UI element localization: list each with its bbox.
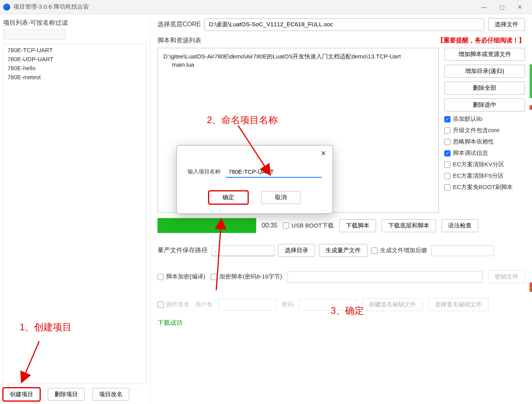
ec-clear-kv-checkbox[interactable]: [444, 162, 451, 168]
usb-boot-checkbox[interactable]: [283, 222, 289, 229]
right-controls: 增加脚本或资源文件 增加目录(递归) 删除全部 删除选中 添加默认lib 升级文…: [444, 48, 525, 213]
choose-sign-key-button[interactable]: 选择签名秘钥文件: [428, 298, 489, 311]
dialog-label: 输入项目名称: [188, 168, 221, 175]
core-label: 选择底层CORE: [157, 20, 201, 29]
right-edge-strip: [530, 64, 532, 98]
titlebar: 项目管理-3.0.6 降功耗找合宙 — ▢ ✕: [0, 0, 532, 14]
maximize-button[interactable]: ▢: [493, 1, 511, 13]
annotation-3: 3、确定: [331, 304, 364, 317]
encrypt-pwd-checkbox[interactable]: [211, 274, 217, 280]
project-item[interactable]: 780E-TCP-UART: [4, 45, 147, 55]
suffix-checkbox[interactable]: [371, 247, 378, 254]
create-project-button[interactable]: 创建项目: [3, 388, 40, 401]
download-script-button[interactable]: 下载脚本: [339, 219, 376, 232]
username-label: 用户名: [195, 301, 213, 308]
important-warning[interactable]: 【重要提醒，务必仔细阅读！】: [437, 36, 525, 45]
ec-noboot-checkbox[interactable]: [444, 184, 451, 191]
upgrade-include-core-checkbox[interactable]: [444, 127, 451, 134]
project-item[interactable]: 780E-hello: [4, 64, 147, 73]
checkbox-label: 生成文件增加后缀: [380, 247, 427, 254]
ignore-deps-checkbox[interactable]: [444, 139, 451, 145]
core-path-input[interactable]: [204, 18, 484, 31]
right-edge-strip: [530, 105, 532, 110]
massprod-path-input[interactable]: [212, 245, 274, 256]
rename-project-button[interactable]: 项目改名: [92, 388, 129, 401]
sign-username-input[interactable]: [218, 299, 276, 311]
ec-clear-fs-checkbox[interactable]: [444, 173, 451, 179]
create-sign-key-button[interactable]: 创建签名秘钥文件: [362, 298, 423, 311]
tree-child-node[interactable]: main.lua: [172, 61, 433, 68]
project-item[interactable]: 780E-UDP-UART: [4, 55, 147, 64]
choose-core-button[interactable]: 选择文件: [488, 18, 525, 31]
script-encrypt-checkbox[interactable]: [157, 274, 164, 280]
tree-root-node[interactable]: D:\gitee\LuatOS-Air780E\demo\Air780E的Lua…: [163, 52, 433, 61]
checkbox-label: 加密脚本(密码8-16字节): [219, 273, 282, 280]
massprod-label: 量产文件保存路径: [157, 246, 208, 255]
scripts-header: 脚本和资源列表: [157, 36, 201, 45]
checkbox-label: EC方案免BOOT刷脚本: [453, 184, 513, 191]
dialog-close-icon[interactable]: ✕: [318, 149, 328, 158]
checkbox-label: EC方案清除FS分区: [453, 172, 504, 180]
checkbox-label: 升级文件包含core: [453, 127, 499, 134]
checkbox-label: 脚本加密(编译): [166, 273, 205, 280]
firmware-sign-checkbox[interactable]: [157, 302, 164, 308]
name-project-dialog: ✕ 输入项目名称 确定 取消: [176, 145, 333, 214]
gen-massprod-button[interactable]: 生成量产文件: [319, 244, 367, 257]
checkbox-label: 固件签名: [166, 301, 190, 308]
download-core-script-button[interactable]: 下载底层和脚本: [382, 219, 436, 232]
window-title: 项目管理-3.0.6 降功耗找合宙: [13, 3, 475, 11]
project-name-input[interactable]: [226, 166, 322, 178]
delete-all-button[interactable]: 删除全部: [444, 82, 525, 95]
sidebar: 项目列表-可按名称过滤 780E-TCP-UART 780E-UDP-UART …: [0, 14, 150, 404]
annotation-1: 1、创建项目: [20, 321, 72, 333]
checkbox-label: 添加默认lib: [453, 115, 482, 123]
add-dir-button[interactable]: 增加目录(递归): [444, 65, 525, 78]
delete-selected-button[interactable]: 删除选中: [444, 98, 525, 111]
elapsed-time: 00:35: [262, 222, 277, 229]
keyfile-button[interactable]: 密钥文件: [488, 270, 525, 283]
minimize-button[interactable]: —: [475, 1, 493, 13]
dialog-ok-button[interactable]: 确定: [209, 191, 248, 204]
delete-project-button[interactable]: 删除项目: [48, 388, 85, 401]
app-icon: [3, 4, 10, 11]
progress-bar: [157, 218, 256, 233]
suffix-input[interactable]: [431, 245, 494, 256]
right-edge-strip: [530, 282, 532, 292]
checkbox-label: USB BOOT下载: [291, 222, 334, 229]
project-filter-input[interactable]: [3, 29, 66, 40]
add-default-lib-checkbox[interactable]: [444, 116, 451, 122]
debug-info-checkbox[interactable]: [444, 150, 451, 157]
checkbox-label: 脚本调试信息: [453, 149, 488, 157]
close-button[interactable]: ✕: [511, 1, 529, 13]
project-item[interactable]: 780E-metest: [4, 73, 147, 82]
checkbox-label: 忽略脚本依赖性: [453, 138, 494, 146]
project-list-title: 项目列表-可按名称过滤: [3, 19, 147, 27]
syntax-check-button[interactable]: 语法检查: [442, 219, 478, 232]
choose-dir-button[interactable]: 选择目录: [278, 244, 315, 257]
password-label: 密码: [282, 301, 293, 308]
checkbox-label: EC方案清除KV分区: [453, 161, 504, 168]
add-script-button[interactable]: 增加脚本或资源文件: [444, 48, 525, 61]
annotation-2: 2、命名项目名称: [207, 114, 278, 126]
dialog-cancel-button[interactable]: 取消: [261, 191, 300, 204]
status-message: 下载成功: [157, 319, 525, 327]
encrypt-password-input[interactable]: [288, 271, 483, 283]
